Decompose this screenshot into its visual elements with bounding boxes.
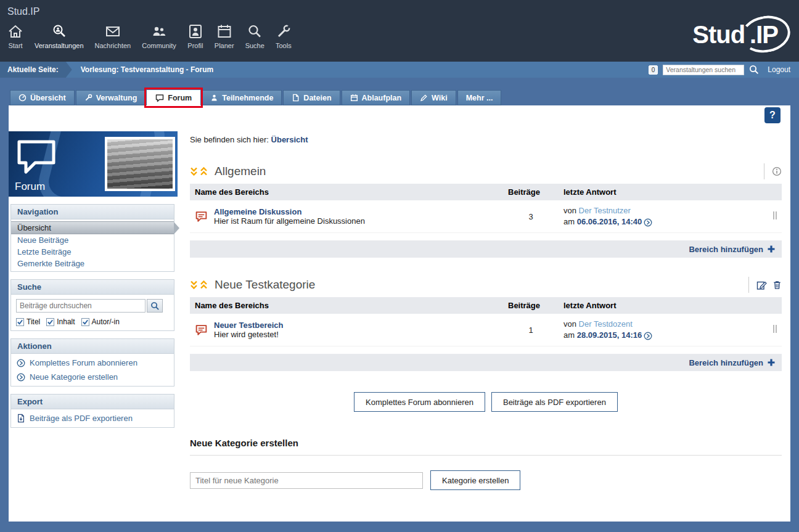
navigation-list: Übersicht Neue Beiträge Letzte Beiträge …	[11, 219, 174, 271]
nav-label: Profil	[187, 42, 203, 49]
last-post-link[interactable]: 28.09.2015, 14:16	[577, 330, 642, 340]
banner-title: Forum	[15, 181, 45, 193]
answer-by-prefix: von	[563, 206, 576, 215]
expand-all-icon[interactable]	[200, 167, 208, 176]
location-link-uebersicht[interactable]: Übersicht	[271, 135, 308, 144]
help-button[interactable]: ?	[764, 107, 781, 123]
row-drag-handle[interactable]	[773, 211, 777, 219]
nav-item-profil[interactable]: Profil	[187, 22, 203, 49]
forum-search-button[interactable]	[147, 299, 163, 313]
nav-item-veranstaltungen[interactable]: Veranstaltungen	[35, 22, 84, 49]
forum-search-input[interactable]	[16, 299, 145, 313]
breadcrumb-label: Aktuelle Seite:	[0, 62, 72, 78]
edit-icon[interactable]	[756, 280, 767, 290]
export-pdf-button[interactable]: Beiträge als PDF exportieren	[491, 392, 618, 412]
action-label: Beiträge als PDF exportieren	[30, 414, 133, 423]
arrow-circle-icon	[17, 373, 25, 382]
tab-label: Übersicht	[30, 94, 66, 102]
add-area-label: Bereich hinzufügen	[689, 245, 763, 254]
tab-label: Mehr ...	[466, 94, 493, 102]
user-link[interactable]: Der Testdozent	[579, 319, 633, 329]
course-search-input[interactable]	[663, 65, 744, 75]
nav-item-suche[interactable]: Suche	[245, 22, 264, 49]
create-category-link[interactable]: Neue Kategorie erstellen	[11, 370, 174, 384]
area-link[interactable]: Allgemeine Diskussion	[214, 207, 365, 216]
sidebar-item-neue-beitraege[interactable]: Neue Beiträge	[11, 234, 174, 246]
tab-wiki[interactable]: Wiki	[411, 90, 456, 105]
answer-date-prefix: am	[563, 217, 575, 226]
nav-item-nachrichten[interactable]: Nachrichten	[95, 22, 131, 49]
info-icon[interactable]	[772, 166, 782, 176]
last-post-link[interactable]: 06.06.2016, 14:40	[577, 217, 642, 226]
nav-label: Nachrichten	[95, 42, 131, 49]
column-header-answer: letzte Antwort	[559, 297, 768, 314]
checkbox-titel[interactable]	[16, 318, 24, 326]
search-box: Suche Titel Inhalt	[10, 279, 174, 331]
trash-icon[interactable]	[772, 280, 782, 290]
nav-label: Planer	[215, 42, 234, 49]
plus-icon	[767, 358, 776, 367]
checkbox-label: Inhalt	[57, 317, 75, 326]
sidebar-item-gemerkte-beitraege[interactable]: Gemerkte Beiträge	[11, 258, 174, 269]
nav-item-start[interactable]: Start	[7, 22, 23, 49]
nav-label: Veranstaltungen	[35, 42, 84, 49]
overview-icon	[18, 94, 27, 102]
checkbox-autor[interactable]	[81, 318, 89, 326]
create-category-button[interactable]: Kategorie erstellen	[430, 470, 520, 490]
tab-dateien[interactable]: Dateien	[283, 90, 340, 105]
search-box-header: Suche	[11, 280, 174, 295]
schedule-icon	[350, 94, 358, 102]
nav-item-community[interactable]: Community	[142, 22, 176, 49]
row-drag-handle[interactable]	[773, 325, 777, 333]
tab-bar: Übersicht Verwaltung Forum Teilnehmende …	[10, 90, 799, 105]
posts-count: 3	[503, 200, 559, 233]
collapse-all-icon[interactable]	[190, 167, 198, 176]
column-header-answer: letzte Antwort	[559, 184, 768, 200]
forum-banner: Forum	[9, 131, 178, 197]
sidebar-item-uebersicht[interactable]: Übersicht	[11, 221, 174, 234]
breadcrumb-bar: Aktuelle Seite: Vorlesung: Testveranstal…	[0, 62, 799, 78]
posts-count: 1	[503, 314, 559, 346]
content-area: ? Forum Navigation Übersicht Neue Beiträ…	[9, 105, 790, 522]
checkbox-inhalt[interactable]	[46, 318, 54, 326]
tab-teilnehmende[interactable]: Teilnehmende	[202, 90, 282, 105]
export-box: Export Beiträge als PDF exportieren	[10, 394, 174, 428]
add-area-link[interactable]: Bereich hinzufügen	[689, 245, 776, 254]
add-area-link[interactable]: Bereich hinzufügen	[689, 358, 776, 367]
area-link[interactable]: Neuer Testbereich	[214, 321, 283, 330]
export-pdf-link[interactable]: Beiträge als PDF exportieren	[11, 411, 174, 425]
forum-icon	[155, 94, 164, 102]
logo-text-ip: .IP	[745, 21, 783, 49]
tab-label: Verwaltung	[96, 94, 137, 102]
footer-button-row: Komplettes Forum abonnieren Beiträge als…	[190, 392, 782, 412]
table-row: Allgemeine Diskussion Hier ist Raum für …	[190, 200, 782, 233]
subscribe-forum-button[interactable]: Komplettes Forum abonnieren	[354, 392, 485, 412]
goto-post-icon[interactable]	[644, 218, 652, 227]
expand-all-icon[interactable]	[200, 280, 208, 290]
search-icon[interactable]	[749, 65, 759, 75]
courses-icon	[51, 22, 67, 39]
logout-link[interactable]: Logout	[768, 65, 790, 74]
wrench-icon	[276, 22, 292, 39]
nav-item-tools[interactable]: Tools	[276, 22, 292, 49]
area-description: Hier ist Raum für allgemeine Diskussione…	[214, 216, 365, 226]
column-header-name: Name des Bereichs	[190, 184, 503, 200]
search-icon	[247, 22, 263, 39]
mail-icon	[105, 22, 121, 39]
tab-label: Teilnehmende	[222, 94, 273, 102]
goto-post-icon[interactable]	[644, 332, 652, 340]
subscribe-forum-link[interactable]: Komplettes Forum abonnieren	[11, 356, 174, 370]
collapse-all-icon[interactable]	[190, 280, 198, 290]
column-header-posts: Beiträge	[503, 297, 559, 314]
new-category-title-input[interactable]	[190, 472, 423, 489]
nav-item-planer[interactable]: Planer	[215, 22, 234, 49]
tab-ablaufplan[interactable]: Ablaufplan	[342, 90, 411, 105]
tab-uebersicht[interactable]: Übersicht	[10, 90, 75, 105]
user-link[interactable]: Der Testnutzer	[579, 206, 631, 215]
tab-forum[interactable]: Forum	[147, 90, 200, 105]
navigation-box: Navigation Übersicht Neue Beiträge Letzt…	[10, 204, 174, 272]
new-category-heading: Neue Kategorie erstellen	[190, 438, 782, 456]
tab-verwaltung[interactable]: Verwaltung	[76, 90, 146, 105]
tab-mehr[interactable]: Mehr ...	[457, 90, 502, 105]
sidebar-item-letzte-beitraege[interactable]: Letzte Beiträge	[11, 246, 174, 258]
